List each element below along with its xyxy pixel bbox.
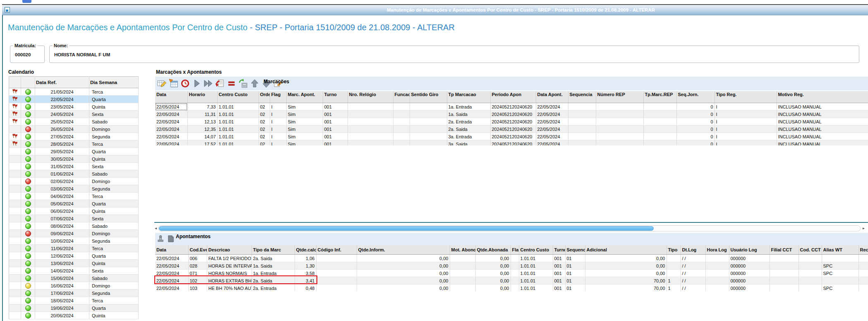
marcacoes-cell[interactable]: I [270,126,286,133]
apontamentos-cell[interactable]: 3,41 [295,277,316,285]
calendar-date-cell[interactable]: 17/06/2024 [35,290,89,297]
marcacoes-cell[interactable]: 02 [259,111,270,118]
apontamentos-cell[interactable] [667,255,681,262]
marcacoes-cell[interactable]: 2a. Entrada [447,118,490,126]
apontamentos-cell[interactable] [450,255,475,262]
apontamentos-cell[interactable] [316,277,357,285]
marcacoes-cell[interactable]: 22/05/2024 [155,126,187,133]
calendar-row[interactable]: 05/06/2024Quarta [9,200,139,208]
marcacoes-cell[interactable]: INCLUSAO MANUAL [777,126,868,133]
apontamentos-cell[interactable]: 1.01.01 [519,255,553,262]
apontamentos-cell[interactable] [822,255,858,262]
scrollbar-track[interactable] [158,225,861,232]
calendar-row[interactable]: 01/06/2024Sabado [9,170,139,178]
marcacoes-cell[interactable]: Sim [286,103,323,111]
marcacoes-cell[interactable] [410,118,447,126]
calendar-weekday-cell[interactable]: Sexta [89,163,139,170]
marcacoes-cell[interactable] [348,103,393,111]
apontamentos-cell[interactable] [770,277,798,285]
document-icon[interactable] [166,234,175,243]
marcacoes-cell[interactable]: 1.01.01 [217,126,259,133]
marcacoes-cell[interactable]: 2a. Saida [447,126,490,133]
marcacoes-cell[interactable] [568,140,596,146]
calendar-insert-icon[interactable] [168,78,179,89]
marcacoes-cell[interactable]: 1.01.01 [217,103,259,111]
marcacoes-cell[interactable]: 001 [323,103,348,111]
marcacoes-cell[interactable]: 22/05/2024 [536,140,568,146]
equals-icon[interactable] [226,78,237,89]
scroll-left-arrow-icon[interactable]: ◄ [153,225,158,232]
marcacoes-cell[interactable]: 22/05/2024 [536,133,568,140]
marcacoes-cell[interactable] [393,140,410,146]
marcacoes-cell[interactable]: 02 [259,118,270,126]
marcacoes-cell[interactable]: 22/05/2024 [155,118,187,126]
calendar-row[interactable]: 21/05/2024Terca [9,88,139,96]
calendar-row[interactable]: 30/05/2024Quinta [9,155,139,163]
calendar-date-cell[interactable]: 07/06/2024 [35,215,89,222]
calendar-date-cell[interactable]: 18/06/2024 [35,297,89,304]
marcacoes-cell[interactable]: 2024052120240620 [490,126,536,133]
apontamentos-cell[interactable]: FALTA 1/2 PERIODO [207,255,252,262]
apontamentos-cell[interactable] [316,262,357,270]
apontamentos-cell[interactable]: 0,00 [357,277,450,285]
apontamentos-cell[interactable] [667,270,681,277]
calendar-weekday-cell[interactable]: Terca [89,88,139,96]
scrollbar-thumb[interactable] [159,226,654,231]
marcacoes-cell[interactable]: I [270,133,286,140]
marcacoes-row[interactable]: 22/05/202411,311.01.0102ISim0011a. Saida… [155,111,868,118]
calendar-date-cell[interactable]: 21/05/2024 [35,88,89,96]
calendar-date-cell[interactable]: 04/06/2024 [35,193,89,200]
calendar-weekday-cell[interactable]: Quarta [89,200,139,208]
marcacoes-cell[interactable]: 22/05/2024 [155,111,187,118]
apontamentos-cell[interactable] [858,277,868,285]
apontamentos-cell[interactable] [450,285,475,292]
apontamentos-cell[interactable] [511,255,519,262]
marcacoes-cell[interactable]: I [715,133,777,140]
marcacoes-cell[interactable] [568,126,596,133]
marcacoes-cell[interactable]: 22/05/2024 [155,140,187,146]
apontamentos-cell[interactable]: 01 [565,277,585,285]
apontamentos-cell[interactable] [511,277,519,285]
marcacoes-cell[interactable]: 22/05/2024 [536,103,568,111]
calendar-weekday-cell[interactable]: Segunda [89,290,139,297]
calendar-row[interactable]: 24/05/2024Sexta [9,111,139,118]
apontamentos-cell[interactable]: 01 [565,262,585,270]
apontamentos-cell[interactable]: HE BH 70% NAO AUTORI [207,285,252,292]
marcacoes-cell[interactable]: I [715,118,777,126]
apontamentos-cell[interactable] [705,262,729,270]
marcacoes-cell[interactable]: I [715,111,777,118]
calendar-date-cell[interactable]: 09/06/2024 [35,230,89,237]
marcacoes-cell[interactable] [348,126,393,133]
calendar-weekday-cell[interactable]: Sabado [89,170,139,178]
calendar-row[interactable]: 16/06/2024Domingo [9,282,139,290]
apontamentos-row[interactable]: 22/05/2024028HORAS DE INTERVALO1a. Saida… [155,262,868,270]
apontamentos-cell[interactable] [705,270,729,277]
apontamentos-cell[interactable]: 1a. Saida [252,262,295,270]
apontamentos-cell[interactable]: 1,30 [295,262,316,270]
marcacoes-cell[interactable] [596,118,643,126]
marcacoes-cell[interactable]: Sim [286,111,323,118]
marcacoes-cell[interactable]: Sim [286,126,323,133]
apontamentos-cell[interactable]: 000000 [729,262,770,270]
marcacoes-cell[interactable]: Sim [286,133,323,140]
calendar-weekday-cell[interactable]: Quinta [89,260,139,267]
marcacoes-row[interactable]: 22/05/20247,331.01.0102ISim0011a. Entrad… [155,103,868,111]
calendar-row[interactable]: 20/06/2024Quinta [9,312,139,319]
marcacoes-row[interactable]: 22/05/202412,131.01.0102ISim0012a. Entra… [155,118,868,126]
marcacoes-cell[interactable] [568,133,596,140]
marcacoes-row[interactable]: 22/05/202412,351.01.0102ISim0012a. Saida… [155,126,868,133]
marcacoes-cell[interactable]: I [715,126,777,133]
apontamentos-cell[interactable]: 01 [565,255,585,262]
calendar-date-cell[interactable]: 19/06/2024 [35,304,89,312]
marcacoes-cell[interactable] [596,126,643,133]
marcacoes-cell[interactable] [410,111,447,118]
window-titlebar[interactable]: Manutenção de Marcações e Apontamentos P… [2,5,868,15]
calendar-date-cell[interactable]: 28/05/2024 [35,140,89,148]
apontamentos-cell[interactable]: SPC [822,285,858,292]
apontamentos-cell[interactable] [798,255,822,262]
marcacoes-cell[interactable]: 02 [259,103,270,111]
apontamentos-cell[interactable]: 000000 [729,255,770,262]
apontamentos-cell[interactable]: 102 [188,277,207,285]
marcacoes-cell[interactable] [393,118,410,126]
marcacoes-cell[interactable] [348,140,393,146]
